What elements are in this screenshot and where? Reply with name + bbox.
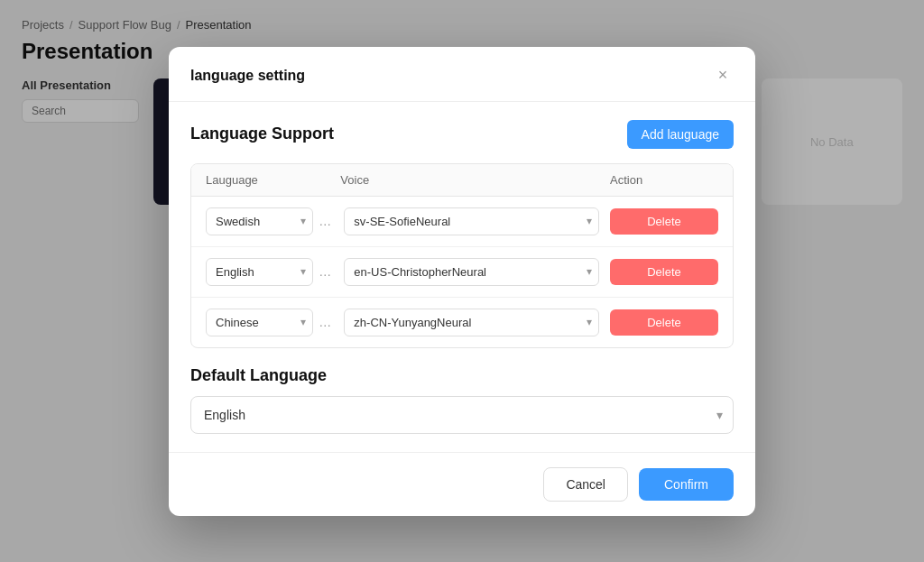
swedish-voice-wrapper: sv-SE-SofieNeural — [344, 207, 599, 235]
default-lang-title: Default Language — [190, 366, 734, 385]
modal-header: language setting × — [169, 47, 755, 102]
swedish-language-select[interactable]: Swedish English Chinese — [206, 207, 313, 235]
swedish-dots-button[interactable]: … — [317, 212, 333, 230]
swedish-lang-wrapper: Swedish English Chinese … — [206, 207, 333, 235]
add-language-button[interactable]: Add lauguage — [627, 120, 734, 149]
language-setting-modal: language setting × Language Support Add … — [169, 47, 755, 516]
table-header: Lauguage Voice Action — [191, 164, 733, 197]
chinese-voice-select[interactable]: zh-CN-YunyangNeural — [344, 309, 599, 336]
modal-body: Language Support Add lauguage Lauguage V… — [169, 102, 755, 452]
english-voice-wrapper: en-US-ChristopherNeural — [344, 258, 599, 286]
english-language-select[interactable]: Swedish English Chinese — [206, 258, 313, 286]
modal-title: language setting — [190, 68, 305, 84]
table-row: Swedish English Chinese … en-US-Christop… — [191, 247, 733, 298]
english-lang-wrapper: Swedish English Chinese … — [206, 258, 333, 286]
english-delete-button[interactable]: Delete — [610, 259, 718, 285]
col-voice-header: Voice — [340, 173, 610, 187]
confirm-button[interactable]: Confirm — [639, 468, 734, 501]
english-voice-select[interactable]: en-US-ChristopherNeural — [344, 258, 599, 286]
col-action-header: Action — [610, 173, 718, 187]
default-language-section: Default Language Swedish English Chinese — [190, 366, 734, 434]
swedish-select-wrapper: Swedish English Chinese — [206, 207, 313, 235]
chinese-voice-wrapper: zh-CN-YunyangNeural — [344, 309, 599, 336]
table-row: Swedish English Chinese … sv-SE-SofieNeu… — [191, 197, 733, 247]
chinese-language-select[interactable]: Swedish English Chinese — [206, 309, 313, 336]
chinese-select-wrapper: Swedish English Chinese — [206, 309, 313, 336]
modal-overlay: language setting × Language Support Add … — [0, 0, 924, 562]
english-select-wrapper: Swedish English Chinese — [206, 258, 313, 286]
swedish-delete-button[interactable]: Delete — [610, 208, 718, 235]
col-language-header: Lauguage — [206, 173, 340, 187]
default-language-select[interactable]: Swedish English Chinese — [190, 396, 734, 434]
modal-footer: Cancel Confirm — [169, 452, 755, 516]
swedish-voice-select[interactable]: sv-SE-SofieNeural — [344, 207, 599, 235]
modal-close-button[interactable]: × — [712, 65, 734, 87]
table-row: Swedish English Chinese … zh-CN-YunyangN… — [191, 298, 733, 347]
lang-support-header: Language Support Add lauguage — [190, 120, 734, 149]
english-dots-button[interactable]: … — [317, 263, 333, 281]
lang-support-title: Language Support — [190, 124, 334, 143]
chinese-dots-button[interactable]: … — [317, 313, 333, 331]
language-table: Lauguage Voice Action Swedish English Ch… — [190, 163, 734, 348]
chinese-delete-button[interactable]: Delete — [610, 309, 718, 336]
chinese-lang-wrapper: Swedish English Chinese … — [206, 309, 333, 336]
default-lang-select-wrapper: Swedish English Chinese — [190, 396, 734, 434]
cancel-button[interactable]: Cancel — [543, 467, 628, 502]
